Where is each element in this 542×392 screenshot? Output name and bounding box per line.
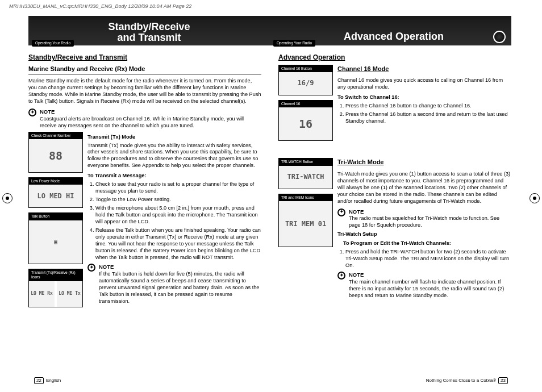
- thumb-low-power: Low Power Mode LO MED HI: [28, 177, 83, 208]
- thumb-label: Check Channel Number: [29, 132, 82, 139]
- left-subsection-title: Marine Standby and Receive (Rx) Mode: [28, 65, 261, 74]
- list-item: Check to see that your radio is set to a…: [95, 181, 261, 195]
- thumb-label: Channel 16 Button: [279, 65, 332, 72]
- thumb-body: TRI-WATCH: [279, 166, 332, 189]
- triwatch-title: Tri-Watch Mode: [337, 158, 511, 167]
- thumb-body: LO MED HI: [29, 185, 82, 207]
- thumb-body: 16/9: [279, 72, 332, 95]
- thumb-tx-rx-icons: Transmit (Tx)/Receive (Rx) Icons LO ME R…: [28, 269, 83, 307]
- note-body-text: The radio must be squelched for Tri-Watc…: [349, 215, 499, 228]
- registration-mark-icon: [530, 193, 540, 203]
- ch16-title: Channel 16 Mode: [337, 65, 511, 74]
- note-icon: ✦: [337, 208, 345, 216]
- note-triwatch-flash: ✦ NOTE The main channel number will flas…: [337, 272, 511, 299]
- thumb-body: 16: [279, 107, 332, 140]
- thumb-label: Talk Button: [29, 213, 82, 220]
- triwatch-steps: Press and hold the TRI-WATCH button for …: [337, 249, 511, 269]
- triwatch-steps-title: To Program or Edit the Tri-Watch Channel…: [343, 240, 511, 247]
- thumb-ch16-button: Channel 16 Button 16/9: [278, 65, 333, 95]
- left-page: Standby/Receive and Transmit Marine Stan…: [28, 53, 261, 307]
- tx-mode-paragraph: Transmit (Tx) mode gives you the ability…: [87, 143, 261, 170]
- note-icon: ✦: [337, 272, 345, 280]
- note-label: NOTE: [349, 272, 364, 278]
- list-item: Release the Talk button when you are fin…: [95, 227, 261, 261]
- thumb-body: 88: [29, 139, 82, 172]
- note-label: NOTE: [99, 264, 114, 270]
- thumb-talk-button: Talk Button ▣: [28, 212, 83, 264]
- header-title-left: Standby/Receive and Transmit: [108, 22, 190, 45]
- header-title-right: Advanced Operation: [344, 30, 444, 45]
- tx-steps: Check to see that your radio is set to a…: [87, 181, 261, 261]
- note-icon: ✦: [87, 264, 95, 272]
- note-label: NOTE: [40, 109, 55, 115]
- thumb-label: Transmit (Tx)/Receive (Rx) Icons: [29, 269, 82, 281]
- list-item: Press the Channel 16 button to change to…: [345, 103, 511, 110]
- thumb-tri-mem-icons: TRI and MEM Icons TRI MEM 01: [278, 194, 333, 247]
- footer-left: 22 English: [34, 377, 61, 384]
- thumb-body-a: LO ME Rx: [29, 281, 55, 307]
- ch16-steps: Press the Channel 16 button to change to…: [337, 103, 511, 125]
- footer-language: English: [46, 378, 61, 383]
- list-item: Toggle to the Low Power setting.: [95, 197, 261, 203]
- tx-steps-title: To Transmit a Message:: [87, 173, 261, 180]
- right-page: Advanced Operation Channel 16 Button 16/…: [278, 53, 511, 307]
- note-label: NOTE: [349, 208, 364, 215]
- list-item: Press the Channel 16 button a second tim…: [345, 111, 511, 125]
- marine-standby-paragraph: Marine Standby mode is the default mode …: [28, 78, 261, 105]
- ch16-steps-title: To Switch to Channel 16:: [337, 94, 511, 101]
- ch16-paragraph: Channel 16 mode gives you quick access t…: [337, 77, 511, 91]
- footer-right: Nothing Comes Close to a Cobra® 23: [426, 377, 508, 384]
- page-header: Operating Your Radio Standby/Receive and…: [28, 16, 511, 45]
- thumb-check-channel: Check Channel Number 88: [28, 132, 83, 173]
- thumb-ch16-display: Channel 16 16: [278, 100, 333, 141]
- thumb-label: TRI and MEM Icons: [279, 194, 332, 201]
- page-number-left: 22: [34, 377, 44, 384]
- page-number-right: 23: [498, 377, 508, 384]
- print-header: MRHH330EU_MANL_vC.qx:MRHH330_ENG_Body 12…: [9, 3, 191, 10]
- left-section-title: Standby/Receive and Transmit: [28, 53, 261, 62]
- note-coastguard: ✦ NOTE Coastguard alerts are broadcast o…: [28, 109, 261, 130]
- thumb-label: Channel 16: [279, 101, 332, 107]
- thumb-label: TRI-WATCH Button: [279, 159, 332, 165]
- thumb-body: ▣: [29, 220, 82, 264]
- thumb-triwatch-button: TRI-WATCH Button TRI-WATCH: [278, 158, 333, 189]
- note-body-text: Coastguard alerts are broadcast on Chann…: [40, 116, 244, 128]
- right-section-title: Advanced Operation: [278, 53, 511, 62]
- thumb-label: Low Power Mode: [29, 178, 82, 185]
- note-triwatch-squelch: ✦ NOTE The radio must be squelched for T…: [337, 208, 511, 230]
- note-talk-timeout: ✦ NOTE If the Talk button is held down f…: [87, 264, 261, 305]
- note-icon: ✦: [28, 109, 36, 116]
- list-item: With the microphone about 5.0 cm [2 in.]…: [95, 205, 261, 226]
- thumb-body: TRI MEM 01: [279, 201, 332, 247]
- section-tag-left: Operating Your Radio: [32, 40, 74, 47]
- header-icon: [493, 31, 506, 43]
- registration-mark-icon: [2, 193, 12, 203]
- thumb-body-b: LO ME Tx: [57, 281, 82, 307]
- note-body-text: The main channel number will flash to in…: [349, 279, 504, 298]
- triwatch-setup-head: Tri-Watch Setup: [337, 231, 511, 238]
- footer-tagline: Nothing Comes Close to a Cobra®: [426, 378, 496, 383]
- note-body-text: If the Talk button is held down for five…: [99, 271, 259, 304]
- tx-mode-title: Transmit (Tx) Mode: [87, 134, 261, 141]
- list-item: Press and hold the TRI-WATCH button for …: [345, 249, 511, 269]
- section-tag-right: Operating Your Radio: [273, 40, 315, 47]
- triwatch-paragraph: Tri-Watch mode gives you one (1) button …: [337, 171, 511, 205]
